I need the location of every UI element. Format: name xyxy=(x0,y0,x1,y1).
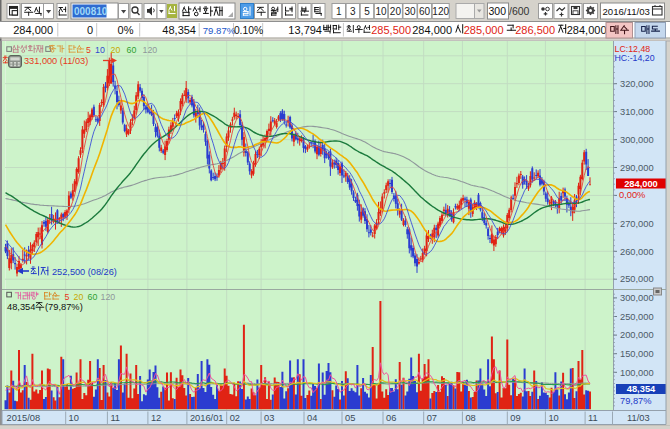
svg-text:284,000: 284,000 xyxy=(13,24,53,36)
svg-text:0%: 0% xyxy=(118,24,134,36)
svg-text:03: 03 xyxy=(264,413,274,423)
svg-text:5: 5 xyxy=(65,292,70,302)
svg-text:09: 09 xyxy=(510,413,520,423)
svg-text:60: 60 xyxy=(88,292,98,302)
svg-text:0.10%: 0.10% xyxy=(234,25,263,36)
svg-text:2016/11/03: 2016/11/03 xyxy=(603,6,650,17)
svg-text:120: 120 xyxy=(432,6,449,17)
svg-text:08: 08 xyxy=(465,413,475,423)
svg-text:150,000: 150,000 xyxy=(620,349,654,359)
svg-text:284,000: 284,000 xyxy=(567,24,607,36)
svg-text:300,000: 300,000 xyxy=(620,293,654,303)
svg-text:5: 5 xyxy=(364,6,370,17)
svg-text:11/03: 11/03 xyxy=(627,413,650,423)
svg-text:284,000: 284,000 xyxy=(624,179,658,189)
svg-text:48,354: 48,354 xyxy=(7,302,35,312)
svg-text:48,354: 48,354 xyxy=(162,24,196,36)
svg-text:60: 60 xyxy=(127,45,137,55)
svg-text:30: 30 xyxy=(404,6,416,17)
svg-text:20: 20 xyxy=(111,45,121,55)
svg-text:11: 11 xyxy=(110,413,120,423)
svg-text:2015/08: 2015/08 xyxy=(7,413,41,423)
svg-text:13,794: 13,794 xyxy=(288,24,322,36)
svg-text:06: 06 xyxy=(386,413,396,423)
svg-text:320,000: 320,000 xyxy=(620,79,654,89)
svg-text:/600: /600 xyxy=(509,5,530,17)
svg-text:252,500 (08/26): 252,500 (08/26) xyxy=(52,267,117,277)
svg-text:60: 60 xyxy=(419,6,431,17)
svg-text:20: 20 xyxy=(390,6,402,17)
svg-text:331,000 (11/03): 331,000 (11/03) xyxy=(24,56,88,66)
svg-text:LC:12,48: LC:12,48 xyxy=(615,44,651,54)
svg-text:5: 5 xyxy=(86,45,91,55)
svg-text:270,000: 270,000 xyxy=(620,219,654,229)
svg-text:1: 1 xyxy=(336,6,342,17)
svg-text:3: 3 xyxy=(350,6,356,17)
svg-text:12: 12 xyxy=(151,413,161,423)
svg-text:10: 10 xyxy=(95,45,105,55)
svg-text:286,500: 286,500 xyxy=(515,24,555,36)
svg-text:04: 04 xyxy=(307,413,317,423)
svg-text:10: 10 xyxy=(69,413,79,423)
svg-text:250,000: 250,000 xyxy=(620,312,654,322)
svg-text:200,000: 200,000 xyxy=(620,330,654,340)
svg-text:100,000: 100,000 xyxy=(620,368,654,378)
svg-text:0: 0 xyxy=(87,24,93,36)
svg-text:120: 120 xyxy=(143,45,158,55)
svg-text:285,500: 285,500 xyxy=(371,24,411,36)
svg-text:285,000: 285,000 xyxy=(464,24,504,36)
svg-text:05: 05 xyxy=(345,413,355,423)
svg-text:(79,87%): (79,87%) xyxy=(45,302,83,312)
svg-text:2016/01: 2016/01 xyxy=(190,413,224,423)
svg-text:284,000: 284,000 xyxy=(412,24,452,36)
svg-text:000810: 000810 xyxy=(74,6,108,17)
svg-text:310,000: 310,000 xyxy=(620,107,654,117)
svg-text:300: 300 xyxy=(488,5,506,17)
svg-text:HC:-14,20: HC:-14,20 xyxy=(615,53,655,63)
svg-text:120: 120 xyxy=(101,292,116,302)
svg-text:250,000: 250,000 xyxy=(620,274,654,284)
svg-text:0,00%: 0,00% xyxy=(619,190,645,200)
svg-text:02: 02 xyxy=(230,413,240,423)
svg-text:79.87%: 79.87% xyxy=(203,25,236,36)
svg-text:10: 10 xyxy=(376,6,388,17)
svg-text:07: 07 xyxy=(427,413,437,423)
svg-text:79,87%: 79,87% xyxy=(620,396,652,406)
svg-text:290,000: 290,000 xyxy=(620,163,654,173)
svg-text:48,354: 48,354 xyxy=(627,384,656,394)
svg-text:260,000: 260,000 xyxy=(620,247,654,257)
svg-text:20: 20 xyxy=(74,292,84,302)
svg-text:11: 11 xyxy=(588,413,598,423)
svg-text:300,000: 300,000 xyxy=(620,135,654,145)
svg-text:10: 10 xyxy=(548,413,558,423)
